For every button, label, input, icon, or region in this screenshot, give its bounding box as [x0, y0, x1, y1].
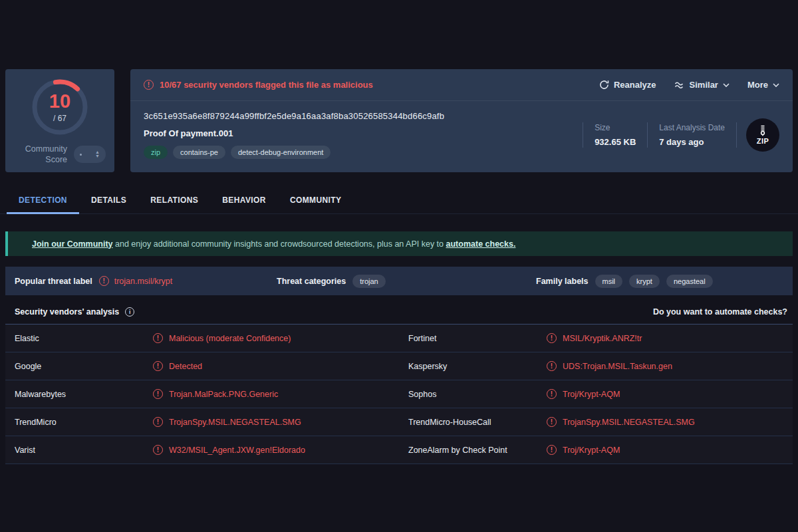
automate-checks-prompt: Do you want to automate checks? — [653, 307, 787, 317]
vendors-analysis-title: Security vendors' analysis i — [15, 307, 134, 317]
vendor-cell: ZoneAlarm by Check Point ! Troj/Krypt-AQ… — [399, 436, 793, 464]
score-gauge: 10 / 67 — [29, 76, 90, 138]
vendor-cell: Malwarebytes ! Trojan.MalPack.PNG.Generi… — [5, 380, 399, 408]
file-report-card: ! 10/67 security vendors flagged this fi… — [130, 69, 793, 172]
join-community-link[interactable]: Join our Community — [32, 239, 113, 249]
vendor-name: Fortinet — [408, 334, 547, 343]
family-labels-title: Family labels — [536, 277, 589, 286]
vote-arrows-icon[interactable]: ▲▼ — [95, 150, 100, 158]
vendor-cell: TrendMicro ! TrojanSpy.MSIL.NEGASTEAL.SM… — [5, 408, 399, 436]
file-name: Proof Of payment.001 — [144, 128, 583, 138]
vendor-cell: Fortinet ! MSIL/Kryptik.ANRZ!tr — [399, 325, 793, 352]
popular-threat-label-value[interactable]: ! trojan.msil/krypt — [99, 276, 173, 286]
vendor-name: Kaspersky — [408, 362, 547, 371]
alert-icon: ! — [153, 389, 163, 399]
community-promo-banner: Join our Community and enjoy additional … — [5, 231, 793, 256]
header-section: 10 / 67 Community Score ▲▼ ! 10/67 secur… — [0, 0, 798, 172]
tab-relations[interactable]: RELATIONS — [138, 190, 210, 214]
divider — [736, 122, 737, 148]
alert-icon: ! — [153, 445, 163, 455]
alert-icon: ! — [153, 333, 163, 343]
chevron-down-icon — [723, 83, 730, 87]
vote-dot-icon — [80, 154, 82, 156]
vendor-name: ZoneAlarm by Check Point — [408, 446, 547, 455]
alert-icon: ! — [547, 389, 557, 399]
refresh-icon — [599, 80, 609, 90]
vendors-analysis-header: Security vendors' analysis i Do you want… — [5, 300, 793, 325]
vendor-result[interactable]: ! W32/MSIL_Agent.JXW.gen!Eldorado — [153, 445, 305, 455]
info-icon[interactable]: i — [125, 307, 134, 317]
community-score-label: Community Score — [25, 144, 67, 166]
vendor-cell: Kaspersky ! UDS:Trojan.MSIL.Taskun.gen — [399, 352, 793, 380]
community-score-card: 10 / 67 Community Score ▲▼ — [5, 69, 114, 172]
vendor-name: Elastic — [15, 334, 153, 343]
file-type-badge: ZIP — [746, 118, 779, 152]
detection-total: / 67 — [53, 114, 66, 123]
alert-icon: ! — [547, 333, 557, 343]
vendor-name: Malwarebytes — [15, 390, 153, 399]
popular-threat-label-title: Popular threat label — [15, 277, 92, 286]
tab-behavior[interactable]: BEHAVIOR — [210, 190, 278, 214]
file-hash[interactable]: 3c651e935a6e8f879244a99ffbf2e5de9a16aa3a… — [144, 111, 583, 121]
vendor-name: Sophos — [408, 390, 547, 399]
alert-icon: ! — [547, 417, 557, 427]
vendor-result[interactable]: ! TrojanSpy.MSIL.NEGASTEAL.SMG — [547, 417, 695, 427]
detection-banner: ! 10/67 security vendors flagged this fi… — [130, 69, 793, 101]
last-analysis-date: Last Analysis Date 7 days ago — [648, 123, 736, 147]
vendor-name: Google — [15, 362, 153, 371]
family-label-pill[interactable]: negasteal — [666, 275, 713, 288]
similar-button[interactable]: Similar — [674, 80, 730, 90]
vendor-result[interactable]: ! Troj/Krypt-AQM — [547, 389, 620, 399]
vendor-name: TrendMicro — [15, 418, 153, 427]
vendor-cell: TrendMicro-HouseCall ! TrojanSpy.MSIL.NE… — [399, 408, 793, 436]
zipper-icon — [758, 125, 767, 136]
detection-score: 10 — [49, 92, 70, 111]
vendor-cell: Varist ! W32/MSIL_Agent.JXW.gen!Eldorado — [5, 436, 399, 464]
tag-detect-debug-environment[interactable]: detect-debug-environment — [231, 146, 331, 159]
vendor-result[interactable]: ! Trojan.MalPack.PNG.Generic — [153, 389, 278, 399]
tag-zip[interactable]: zip — [144, 146, 168, 159]
vendor-name: TrendMicro-HouseCall — [408, 418, 547, 427]
alert-icon: ! — [153, 417, 163, 427]
detection-banner-text: 10/67 security vendors flagged this file… — [160, 80, 373, 90]
family-label-pill[interactable]: msil — [595, 275, 623, 288]
vendor-result[interactable]: ! Detected — [153, 361, 202, 371]
vendor-cell: Elastic ! Malicious (moderate Confidence… — [5, 325, 399, 352]
alert-icon: ! — [547, 361, 557, 371]
alert-icon: ! — [144, 80, 154, 90]
vendor-result[interactable]: ! TrojanSpy.MSIL.NEGASTEAL.SMG — [153, 417, 301, 427]
vote-widget[interactable]: ▲▼ — [74, 146, 106, 163]
file-tags: zip contains-pe detect-debug-environment — [144, 146, 583, 159]
automate-checks-link[interactable]: automate checks. — [446, 239, 516, 249]
report-tabs: DETECTION DETAILS RELATIONS BEHAVIOR COM… — [0, 190, 798, 214]
tag-contains-pe[interactable]: contains-pe — [173, 146, 225, 159]
vendor-result[interactable]: ! Troj/Krypt-AQM — [547, 445, 620, 455]
vendor-result[interactable]: ! UDS:Trojan.MSIL.Taskun.gen — [547, 361, 672, 371]
vendor-result[interactable]: ! MSIL/Kryptik.ANRZ!tr — [547, 333, 642, 343]
alert-icon: ! — [153, 361, 163, 371]
tab-community[interactable]: COMMUNITY — [278, 190, 354, 214]
vendor-results-table: Elastic ! Malicious (moderate Confidence… — [5, 325, 793, 464]
vendor-cell: Google ! Detected — [5, 352, 399, 380]
threat-categories-title: Threat categories — [277, 277, 346, 286]
similar-icon — [674, 81, 685, 89]
tab-details[interactable]: DETAILS — [79, 190, 138, 214]
vendor-cell: Sophos ! Troj/Krypt-AQM — [399, 380, 793, 408]
alert-icon: ! — [547, 445, 557, 455]
more-button[interactable]: More — [747, 80, 779, 90]
banner-text: and enjoy additional community insights … — [113, 239, 446, 249]
chevron-down-icon — [773, 83, 779, 87]
reanalyze-button[interactable]: Reanalyze — [599, 80, 656, 90]
alert-icon: ! — [99, 276, 109, 286]
vendor-name: Varist — [15, 446, 153, 455]
tab-detection[interactable]: DETECTION — [7, 190, 79, 214]
threat-category-pill[interactable]: trojan — [352, 275, 386, 288]
file-size: Size 932.65 KB — [583, 123, 647, 147]
vendor-result[interactable]: ! Malicious (moderate Confidence) — [153, 333, 291, 343]
family-label-pill[interactable]: krypt — [629, 275, 660, 288]
threat-summary-bar: Popular threat label ! trojan.msil/krypt… — [5, 267, 793, 295]
